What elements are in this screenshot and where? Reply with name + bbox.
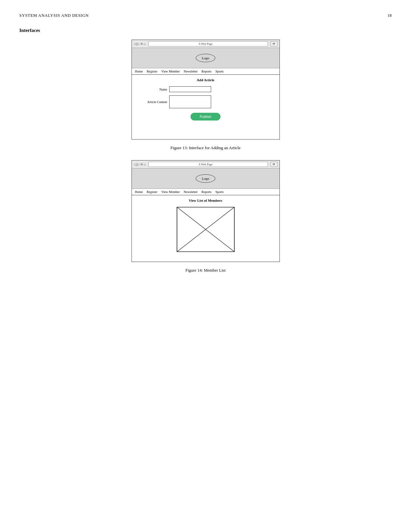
member-list-image-placeholder <box>177 207 235 252</box>
go-icon-14: ⟳ <box>273 163 275 166</box>
go-button-13[interactable]: ⟳ <box>270 41 278 46</box>
forward-icon[interactable]: ▷ <box>137 42 140 46</box>
browser-toolbar-13: A Web Page ◁ ▷ ✕ ⌂ ⟳ <box>132 40 279 48</box>
browser-header-area-13: Logo <box>132 48 279 68</box>
browser-nav-bar-13: Home Register View Member Newsletter Rep… <box>132 68 279 75</box>
browser-mockup-13: A Web Page ◁ ▷ ✕ ⌂ ⟳ Logo Home Register … <box>132 40 280 140</box>
nav-register-13[interactable]: Register <box>147 70 157 73</box>
publish-btn-row: Publish <box>138 113 273 121</box>
figure-14-container: A Web Page ◁ ▷ ✕ ⌂ ⟳ Logo Home Register … <box>19 160 392 273</box>
browser-header-area-14: Logo <box>132 169 279 189</box>
nav-viewmember-14[interactable]: View Member <box>161 190 180 194</box>
stop-icon[interactable]: ✕ <box>140 42 143 46</box>
browser-nav-bar-14: Home Register View Member Newsletter Rep… <box>132 189 279 195</box>
name-field-row: Name <box>138 86 273 92</box>
article-content-input[interactable] <box>169 95 211 108</box>
nav-viewmember-13[interactable]: View Member <box>161 70 180 73</box>
back-icon-14[interactable]: ◁ <box>134 162 136 167</box>
figure-14-caption: Figure 14: Member List <box>185 268 226 273</box>
nav-reports-14[interactable]: Reports <box>201 190 211 194</box>
nav-home-13[interactable]: Home <box>135 70 143 73</box>
nav-reports-13[interactable]: Reports <box>201 70 211 73</box>
section-heading: Interfaces <box>19 28 392 33</box>
page-header: SYSTEM ANALYSIS AND DESIGN 18 <box>19 13 392 18</box>
browser-title-13: A Web Page <box>198 42 212 45</box>
logo-14: Logo <box>196 174 215 183</box>
publish-button[interactable]: Publish <box>191 113 220 121</box>
nav-sports-14[interactable]: Sports <box>215 190 224 194</box>
go-icon: ⟳ <box>273 42 275 45</box>
nav-home-14[interactable]: Home <box>135 190 143 194</box>
browser-mockup-14: A Web Page ◁ ▷ ✕ ⌂ ⟳ Logo Home Register … <box>132 160 280 262</box>
browser-toolbar-14: A Web Page ◁ ▷ ✕ ⌂ ⟳ <box>132 160 279 169</box>
nav-sports-13[interactable]: Sports <box>215 70 224 73</box>
forward-icon-14[interactable]: ▷ <box>137 162 140 167</box>
nav-newsletter-14[interactable]: Newsletter <box>184 190 198 194</box>
document-title: SYSTEM ANALYSIS AND DESIGN <box>19 13 89 18</box>
name-label: Name <box>138 88 167 91</box>
stop-icon-14[interactable]: ✕ <box>140 162 143 167</box>
browser-content-14: View List of Members <box>132 195 279 262</box>
browser-nav-icons-13: ◁ ▷ ✕ ⌂ <box>134 42 146 46</box>
browser-title-14: A Web Page <box>198 163 212 166</box>
add-article-title: Add Article <box>138 78 273 82</box>
go-button-14[interactable]: ⟳ <box>270 162 278 167</box>
article-content-label: Article Content <box>138 100 167 104</box>
article-content-row: Article Content <box>138 95 273 108</box>
figure-13-container: A Web Page ◁ ▷ ✕ ⌂ ⟳ Logo Home Register … <box>19 40 392 150</box>
browser-content-13: Add Article Name Article Content Publish <box>132 75 279 139</box>
figure-13-caption: Figure 13: Interface for Adding an Artic… <box>171 145 240 150</box>
home-icon[interactable]: ⌂ <box>144 42 146 46</box>
name-input[interactable] <box>169 86 211 92</box>
view-members-title: View List of Members <box>138 198 273 202</box>
nav-register-14[interactable]: Register <box>147 190 157 194</box>
logo-13: Logo <box>196 54 215 62</box>
home-icon-14[interactable]: ⌂ <box>144 162 146 167</box>
nav-newsletter-13[interactable]: Newsletter <box>184 70 198 73</box>
back-icon[interactable]: ◁ <box>134 42 136 46</box>
page-number: 18 <box>387 13 392 18</box>
browser-nav-icons-14: ◁ ▷ ✕ ⌂ <box>134 162 146 167</box>
